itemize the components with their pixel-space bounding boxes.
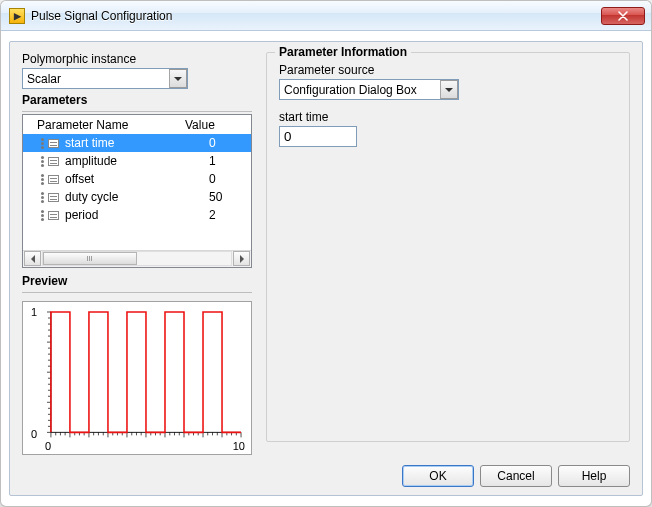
params-label: Parameters [22, 93, 252, 107]
row-value: 0 [203, 136, 251, 150]
start-time-input[interactable] [279, 126, 357, 147]
expand-dots-icon [41, 196, 44, 199]
field-label: start time [279, 110, 617, 124]
preview-svg [47, 308, 243, 438]
x-axis-right: 10 [233, 440, 245, 452]
expand-dots-icon [41, 178, 44, 181]
row-name: duty cycle [65, 190, 203, 204]
ok-button[interactable]: OK [402, 465, 474, 487]
titlebar: ▶ Pulse Signal Configuration [1, 1, 651, 31]
chevron-down-icon [445, 88, 453, 92]
poly-value: Scalar [27, 72, 61, 86]
close-icon [618, 11, 628, 21]
table-row[interactable]: offset0 [23, 170, 251, 188]
scroll-thumb[interactable] [43, 252, 137, 265]
row-name: offset [65, 172, 203, 186]
app-icon: ▶ [9, 8, 25, 24]
row-value: 2 [203, 208, 251, 222]
chevron-right-icon [240, 255, 244, 263]
chevron-down-icon [174, 77, 182, 81]
table-row[interactable]: amplitude1 [23, 152, 251, 170]
poly-label: Polymorphic instance [22, 52, 252, 66]
row-name: amplitude [65, 154, 203, 168]
params-header: Parameter Name Value [23, 115, 251, 134]
window-title: Pulse Signal Configuration [31, 9, 601, 23]
client-area: Polymorphic instance Scalar Parameters P… [9, 41, 643, 496]
struct-icon [48, 157, 59, 166]
row-name: period [65, 208, 203, 222]
cancel-label: Cancel [497, 469, 534, 483]
ok-label: OK [429, 469, 446, 483]
row-value: 1 [203, 154, 251, 168]
expand-dots-icon [41, 160, 44, 163]
source-select-button[interactable] [440, 80, 458, 99]
preview-label: Preview [22, 274, 252, 288]
row-name: start time [65, 136, 203, 150]
source-value: Configuration Dialog Box [284, 83, 417, 97]
params-table: Parameter Name Value start time0amplitud… [22, 114, 252, 268]
table-row[interactable]: start time0 [23, 134, 251, 152]
chevron-left-icon [31, 255, 35, 263]
preview-divider [22, 292, 252, 293]
help-label: Help [582, 469, 607, 483]
group-title: Parameter Information [275, 45, 411, 59]
poly-select-button[interactable] [169, 69, 187, 88]
struct-icon [48, 211, 59, 220]
scroll-track[interactable] [42, 251, 232, 266]
param-info-group: Parameter Information Parameter source C… [266, 52, 630, 442]
source-select[interactable]: Configuration Dialog Box [279, 79, 459, 100]
x-axis-left: 0 [45, 440, 51, 452]
cancel-button[interactable]: Cancel [480, 465, 552, 487]
dialog-window: ▶ Pulse Signal Configuration Polymorphic… [0, 0, 652, 507]
scroll-right-button[interactable] [233, 251, 250, 266]
source-label: Parameter source [279, 63, 617, 77]
table-row[interactable]: period2 [23, 206, 251, 224]
y-axis-bot: 0 [31, 428, 37, 440]
row-value: 0 [203, 172, 251, 186]
close-button[interactable] [601, 7, 645, 25]
preview-chart: 1 0 0 10 [22, 301, 252, 455]
expand-dots-icon [41, 214, 44, 217]
params-divider [22, 111, 252, 112]
y-axis-top: 1 [31, 306, 37, 318]
poly-select[interactable]: Scalar [22, 68, 188, 89]
expand-dots-icon [41, 142, 44, 145]
params-body: start time0amplitude1offset0duty cycle50… [23, 134, 251, 250]
struct-icon [48, 193, 59, 202]
struct-icon [48, 175, 59, 184]
row-value: 50 [203, 190, 251, 204]
help-button[interactable]: Help [558, 465, 630, 487]
struct-icon [48, 139, 59, 148]
header-value: Value [179, 118, 251, 132]
h-scrollbar[interactable] [23, 250, 251, 267]
button-row: OK Cancel Help [402, 465, 630, 487]
table-row[interactable]: duty cycle50 [23, 188, 251, 206]
scroll-left-button[interactable] [24, 251, 41, 266]
header-name: Parameter Name [23, 118, 179, 132]
